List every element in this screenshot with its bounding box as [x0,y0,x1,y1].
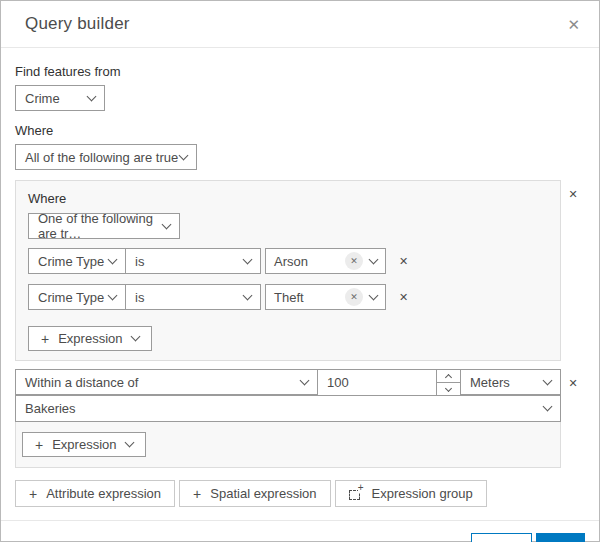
distance-input-wrap [317,369,461,396]
chevron-up-icon [445,373,452,380]
plus-icon: + [29,487,37,501]
group-1-side: ✕ [561,180,585,361]
target-layer-select[interactable]: Bakeries [15,395,561,422]
expression-group-1: Where One of the following are tr… Crime… [15,180,585,361]
expression-group-label: Expression group [372,486,473,501]
layer-select-value: Crime [25,91,60,106]
stepper-up-button[interactable] [437,370,460,382]
cancel-button[interactable]: Cancel [471,533,531,542]
operator-select-value: is [135,254,144,269]
root-operator-value: All of the following are true [25,150,178,165]
spatial-expression-label: Spatial expression [210,486,316,501]
operator-select[interactable]: is [125,284,261,310]
chevron-down-icon [369,290,379,300]
plus-icon: + [41,332,49,346]
layer-select[interactable]: Crime [15,85,105,111]
chip-remove-icon[interactable]: ✕ [345,288,363,306]
dialog-header: Query builder ✕ [1,1,599,48]
root-operator-select[interactable]: All of the following are true [15,144,197,170]
value-select[interactable]: Theft ✕ [265,284,386,310]
add-expression-button[interactable]: + Expression [22,432,146,457]
remove-group-icon[interactable]: ✕ [566,376,579,391]
remove-row-icon[interactable]: ✕ [397,254,410,269]
expression-group-icon: + [349,487,363,500]
add-expression-label: Expression [58,331,122,346]
value-chip-label: Arson [274,254,345,269]
target-layer-value: Bakeries [25,401,76,416]
chevron-down-icon [108,290,118,300]
group-2-side: ✕ [561,369,585,468]
plus-icon: + [35,438,43,452]
chevron-down-icon [243,254,253,264]
operator-select-value: is [135,290,144,305]
value-select[interactable]: Arson ✕ [265,248,386,274]
add-expression-label: Expression [52,437,116,452]
unit-select[interactable]: Meters [460,369,561,395]
operator-select[interactable]: is [125,248,261,274]
add-button[interactable]: Add [536,533,585,542]
value-chip-label: Theft [274,290,345,305]
chevron-down-icon [543,402,553,412]
chevron-down-icon [179,150,189,160]
stepper-down-button[interactable] [437,382,460,395]
chevron-down-icon [300,375,310,385]
group-1-where-label: Where [28,191,554,206]
spatial-operator-value: Within a distance of [25,375,138,390]
add-attribute-expression-button[interactable]: + Attribute expression [15,480,175,507]
distance-input[interactable] [318,370,436,395]
expression-actions: + Attribute expression + Spatial express… [15,480,585,507]
field-select-value: Crime Type [38,254,104,269]
chevron-down-icon [369,254,379,264]
close-icon[interactable]: ✕ [565,15,582,34]
expression-group-2: Within a distance of [15,369,585,468]
group-1-operator-value: One of the following are tr… [38,211,163,241]
where-label: Where [15,123,585,138]
chevron-down-icon [543,375,553,385]
plus-icon: + [193,487,201,501]
find-features-label: Find features from [15,64,585,79]
chevron-down-icon [124,438,134,448]
field-select-value: Crime Type [38,290,104,305]
group-2-panel: Within a distance of [15,369,561,468]
field-select[interactable]: Crime Type [28,284,126,310]
chevron-down-icon [108,254,118,264]
target-layer-row: Bakeries [15,395,561,422]
add-expression-button[interactable]: + Expression [28,326,152,351]
remove-group-icon[interactable]: ✕ [566,187,579,202]
group-1-panel: Where One of the following are tr… Crime… [15,180,561,361]
chevron-down-icon [87,91,97,101]
chevron-down-icon [162,219,172,229]
chevron-down-icon [243,290,253,300]
dialog-footer: Cancel Add [1,520,599,542]
condition-row: Crime Type is Arson ✕ ✕ [28,248,554,274]
query-builder-dialog: Query builder ✕ Find features from Crime… [0,0,600,542]
remove-row-icon[interactable]: ✕ [397,290,410,305]
add-expression-group-button[interactable]: + Expression group [335,480,487,507]
distance-stepper [436,370,460,395]
field-select[interactable]: Crime Type [28,248,126,274]
spatial-condition-row: Within a distance of [15,369,561,396]
spatial-operator-select[interactable]: Within a distance of [15,369,318,395]
dialog-title: Query builder [25,14,130,34]
chevron-down-icon [130,332,140,342]
condition-row: Crime Type is Theft ✕ ✕ [28,284,554,310]
attribute-expression-label: Attribute expression [46,486,161,501]
dialog-body: Find features from Crime Where All of th… [1,48,599,507]
group-1-operator-select[interactable]: One of the following are tr… [28,213,180,239]
chevron-down-icon [445,384,452,391]
add-spatial-expression-button[interactable]: + Spatial expression [179,480,330,507]
unit-select-value: Meters [470,375,510,390]
chip-remove-icon[interactable]: ✕ [345,252,363,270]
